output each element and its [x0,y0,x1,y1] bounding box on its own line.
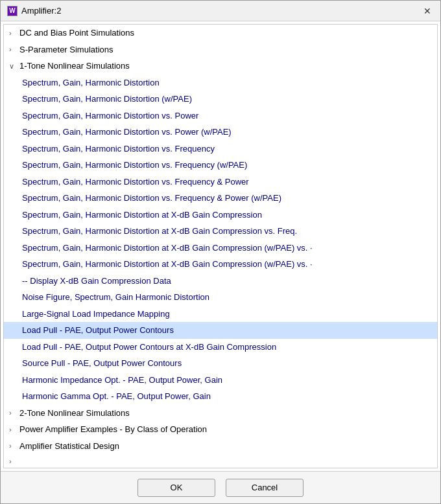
app-icon: W [7,6,18,16]
list-item-cat-dc[interactable]: ›DC and Bias Point Simulations [4,25,437,41]
list-item-sub-15[interactable]: Large-Signal Load Impedance Mapping [4,306,437,323]
dialog-footer: OK Cancel [1,471,440,503]
list-item-cat-sparam[interactable]: ›S-Parameter Simulations [4,41,437,58]
category-label: Power Amplifier Examples - By Class of O… [19,423,207,436]
title-bar-left: W Amplifier:2 [7,6,61,16]
list-item-sub-7[interactable]: Spectrum, Gain, Harmonic Distortion vs. … [4,174,437,190]
list-item-cat-stat[interactable]: ›Amplifier Statistical Design [4,438,437,455]
list-item-sub-10[interactable]: Spectrum, Gain, Harmonic Distortion at X… [4,223,437,240]
chevron-icon: › [9,407,17,418]
list-item-sub-12[interactable]: Spectrum, Gain, Harmonic Distortion at X… [4,256,437,273]
list-item-sub-16[interactable]: Load Pull - PAE, Output Power Contours [4,322,437,339]
chevron-icon: › [9,441,17,452]
title-bar: W Amplifier:2 ✕ [1,1,440,21]
list-item-sub-8[interactable]: Spectrum, Gain, Harmonic Distortion vs. … [4,190,437,207]
chevron-icon: › [9,424,17,435]
ok-button[interactable]: OK [137,479,215,497]
list-item-sub-18[interactable]: Source Pull - PAE, Output Power Contours [4,355,437,372]
list-item-sub-9[interactable]: Spectrum, Gain, Harmonic Distortion at X… [4,207,437,223]
category-label: DC and Bias Point Simulations [19,27,134,40]
chevron-icon: › [9,456,17,467]
list-item-cat-pa[interactable]: ›Power Amplifier Examples - By Class of … [4,421,437,438]
cancel-button[interactable]: Cancel [226,479,304,497]
list-item-sub-6[interactable]: Spectrum, Gain, Harmonic Distortion vs. … [4,157,437,174]
chevron-icon: › [9,28,17,39]
category-label: S-Parameter Simulations [19,43,113,56]
close-button[interactable]: ✕ [421,5,434,17]
list-item-cat-1tone[interactable]: ∨1-Tone Nonlinear Simulations [4,58,437,74]
list-item-sub-11[interactable]: Spectrum, Gain, Harmonic Distortion at X… [4,240,437,257]
list-item-sub-1[interactable]: Spectrum, Gain, Harmonic Distortion [4,74,437,91]
category-label: 2-Tone Nonlinear Simulations [19,407,130,420]
item-list[interactable]: ›DC and Bias Point Simulations›S-Paramet… [3,24,438,468]
list-item-sub-14[interactable]: Noise Figure, Spectrum, Gain Harmonic Di… [4,289,437,306]
list-item-sub-5[interactable]: Spectrum, Gain, Harmonic Distortion vs. … [4,141,437,157]
category-label: 1-Tone Nonlinear Simulations [19,60,130,73]
list-item-sub-13[interactable]: -- Display X-dB Gain Compression Data [4,273,437,290]
category-label: Amplifier Statistical Design [19,440,119,453]
list-item-sub-3[interactable]: Spectrum, Gain, Harmonic Distortion vs. … [4,108,437,124]
list-item-sub-20[interactable]: Harmonic Gamma Opt. - PAE, Output Power,… [4,388,437,405]
dialog: W Amplifier:2 ✕ ›DC and Bias Point Simul… [0,0,441,504]
list-item-cat-extra[interactable]: › [4,454,437,468]
chevron-icon: ∨ [9,61,17,72]
list-item-cat-2tone[interactable]: ›2-Tone Nonlinear Simulations [4,405,437,422]
list-item-sub-2[interactable]: Spectrum, Gain, Harmonic Distortion (w/P… [4,91,437,108]
list-item-sub-4[interactable]: Spectrum, Gain, Harmonic Distortion vs. … [4,124,437,141]
list-item-sub-17[interactable]: Load Pull - PAE, Output Power Contours a… [4,339,437,356]
list-item-sub-19[interactable]: Harmonic Impedance Opt. - PAE, Output Po… [4,372,437,389]
dialog-title: Amplifier:2 [21,6,61,16]
chevron-icon: › [9,44,17,55]
